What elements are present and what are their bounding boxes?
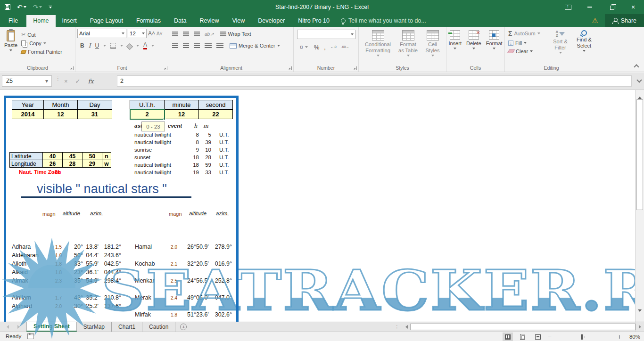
cut-button[interactable]: ✂Cut (20, 31, 64, 39)
group-editing: ΣAutoSum ↓Fill Clear AZ Sort & Filter Fi… (505, 27, 598, 72)
increase-decimal-button[interactable]: ←.0 (330, 45, 337, 49)
expand-formula-bar-icon[interactable] (636, 77, 642, 82)
normal-view-button[interactable] (503, 333, 513, 341)
new-sheet-button[interactable]: + (175, 322, 191, 332)
increase-indent-button[interactable] (216, 43, 223, 48)
insert-function-button[interactable]: fx (88, 78, 94, 85)
font-dialog-launcher-icon[interactable] (164, 66, 167, 70)
decrease-decimal-button[interactable]: .00→ (341, 45, 349, 49)
fill-button[interactable]: ↓Fill (507, 39, 548, 47)
scroll-up-icon[interactable] (636, 91, 643, 98)
font-color-button[interactable]: A (143, 42, 147, 49)
formula-bar-grip[interactable]: ⋮ (56, 77, 57, 85)
zoom-slider-thumb[interactable] (581, 334, 583, 340)
shrink-font-button[interactable]: A˅ (157, 31, 163, 36)
formula-input[interactable]: 2 (117, 75, 632, 87)
borders-button[interactable] (110, 43, 116, 49)
tab-view[interactable]: View (225, 15, 251, 27)
align-right-button[interactable] (194, 43, 200, 48)
hscroll-right-button[interactable] (636, 322, 644, 332)
align-top-button[interactable] (172, 32, 178, 36)
find-select-button[interactable]: Find & Select (572, 29, 596, 55)
cancel-button[interactable]: × (64, 78, 68, 85)
number-dialog-launcher-icon[interactable] (353, 66, 357, 70)
merge-center-button[interactable]: Merge & Center (228, 42, 281, 49)
page-layout-icon (520, 334, 525, 340)
tab-formulas[interactable]: Formulas (130, 15, 167, 27)
tab-data[interactable]: Data (167, 15, 193, 27)
conditional-formatting-button[interactable]: Conditional Formatting (361, 29, 395, 64)
delete-cells-button[interactable]: Delete (464, 29, 484, 64)
orientation-button[interactable]: ab↗ (205, 32, 214, 37)
fill-color-button[interactable] (126, 43, 133, 50)
accounting-format-button[interactable]: ¤ (298, 43, 309, 51)
tab-home[interactable]: Home (26, 15, 55, 27)
sheet-tab-caution[interactable]: Caution (142, 322, 175, 332)
align-left-button[interactable] (172, 43, 178, 48)
merge-center-icon (230, 43, 237, 49)
paste-button[interactable]: Paste (2, 29, 20, 56)
number-format-combo[interactable] (297, 30, 355, 39)
cut-icon: ✂ (21, 32, 25, 38)
percent-style-button[interactable]: % (314, 44, 320, 51)
eraser-icon (507, 49, 515, 53)
clear-button[interactable]: Clear (507, 48, 548, 55)
autosum-button[interactable]: ΣAutoSum (507, 29, 548, 38)
name-box[interactable]: Z5 ▾ (2, 75, 52, 87)
warning-icon[interactable]: ⚠ (592, 16, 598, 25)
horizontal-scrollbar[interactable] (410, 324, 636, 330)
sort-filter-button[interactable]: AZ Sort & Filter (548, 29, 572, 55)
tab-file[interactable]: File (0, 15, 26, 27)
collapse-ribbon-icon[interactable] (634, 64, 639, 69)
align-bottom-button[interactable] (194, 32, 200, 36)
grow-font-button[interactable]: A˄ (148, 30, 155, 37)
group-styles: Conditional Formatting Format as Table C… (359, 27, 446, 72)
align-middle-button[interactable] (183, 32, 189, 36)
chevron-down-icon (120, 45, 123, 47)
sheet-tab-chart1[interactable]: Chart1 (112, 322, 142, 332)
copy-button[interactable]: Copy (20, 40, 64, 47)
font-name-combo[interactable]: Arial (77, 29, 126, 38)
font-size-combo[interactable]: 12 (128, 29, 147, 38)
page-layout-view-button[interactable] (518, 333, 528, 341)
align-center-button[interactable] (183, 43, 189, 48)
comma-style-button[interactable]: , (324, 44, 326, 51)
tell-me-box[interactable]: Tell me what you want to do... (336, 15, 431, 27)
format-as-table-button[interactable]: Format as Table (395, 29, 421, 64)
tab-review[interactable]: Review (193, 15, 225, 27)
alignment-dialog-launcher-icon[interactable] (288, 66, 292, 70)
zoom-slider[interactable] (556, 337, 613, 337)
italic-button[interactable]: I (89, 42, 91, 49)
plus-icon: + (180, 324, 187, 330)
format-painter-button[interactable]: Format Painter (20, 48, 64, 56)
enter-button[interactable]: ✓ (75, 78, 81, 85)
bold-button[interactable]: B (80, 42, 84, 49)
tab-scroll-grip[interactable]: ⋮ (392, 322, 403, 332)
vertical-scrollbar[interactable] (635, 90, 644, 322)
tab-developer[interactable]: Developer (251, 15, 291, 27)
group-label: Cells (446, 65, 504, 71)
vertical-scrollbar-thumb[interactable] (636, 99, 643, 210)
close-button[interactable]: × (622, 0, 644, 14)
tab-page-layout[interactable]: Page Layout (83, 15, 130, 27)
insert-cells-button[interactable]: Insert (446, 29, 464, 64)
chevron-down-icon (559, 52, 562, 54)
share-button[interactable]: Share (605, 14, 644, 27)
tab-nitro-pro[interactable]: Nitro Pro 10 (291, 15, 336, 27)
decrease-indent-button[interactable] (205, 43, 212, 48)
zoom-level[interactable]: 80% (626, 334, 640, 340)
underline-button[interactable]: U (95, 42, 99, 49)
format-cells-button[interactable]: Format (484, 29, 505, 64)
restore-button[interactable] (601, 0, 622, 14)
ribbon-display-options-button[interactable] (557, 0, 579, 14)
wrap-text-button[interactable]: Wrap Text (219, 30, 253, 38)
cell-styles-button[interactable]: Cell Styles (421, 29, 444, 64)
minimize-button[interactable] (579, 0, 601, 14)
hscroll-left-button[interactable] (403, 322, 410, 332)
clipboard-dialog-launcher-icon[interactable] (70, 66, 74, 70)
scroll-down-icon[interactable] (636, 310, 643, 317)
zoom-in-button[interactable]: + (618, 333, 621, 341)
zoom-out-button[interactable]: − (548, 333, 552, 341)
tab-insert[interactable]: Insert (56, 15, 83, 27)
page-break-view-button[interactable] (533, 333, 543, 341)
